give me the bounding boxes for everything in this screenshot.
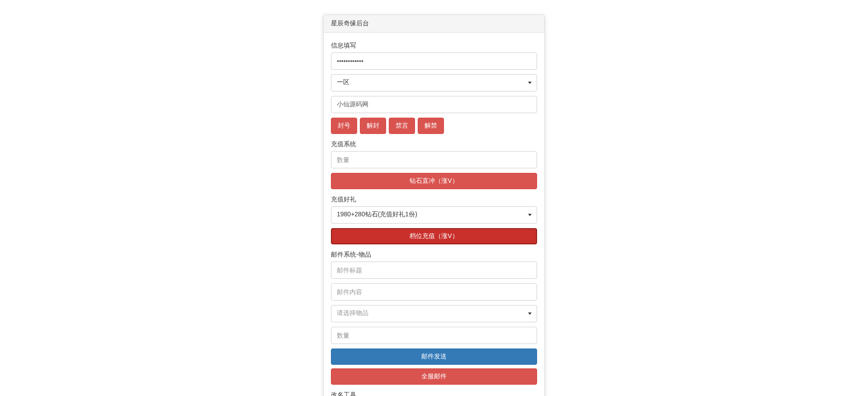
account-actions-row: 封号 解封 禁言 解禁 bbox=[331, 118, 537, 134]
mute-button[interactable]: 禁言 bbox=[389, 118, 415, 134]
rename-section-label: 改名工具 bbox=[331, 391, 537, 396]
unmute-button[interactable]: 解禁 bbox=[418, 118, 444, 134]
mail-content-input[interactable] bbox=[331, 283, 537, 301]
mail-send-button[interactable]: 邮件发送 bbox=[331, 348, 537, 365]
player-name-input[interactable] bbox=[331, 96, 537, 113]
panel-body: 信息填写 一区 封号 解封 禁言 解禁 充值系统 钻石直冲（涨V） 充值好礼 1… bbox=[324, 33, 544, 396]
page-wrap: 星辰奇缘后台 信息填写 一区 封号 解封 禁言 解禁 充值系统 钻石直冲（涨V）… bbox=[0, 0, 868, 396]
unban-button[interactable]: 解封 bbox=[360, 118, 386, 134]
admin-panel: 星辰奇缘后台 信息填写 一区 封号 解封 禁言 解禁 充值系统 钻石直冲（涨V）… bbox=[323, 14, 545, 396]
caret-down-icon bbox=[528, 214, 532, 216]
caret-down-icon bbox=[528, 313, 532, 315]
mail-item-select-value: 请选择物品 bbox=[331, 305, 537, 322]
zone-select-value: 一区 bbox=[331, 74, 537, 91]
caret-down-icon bbox=[528, 82, 532, 84]
password-input[interactable] bbox=[331, 52, 537, 70]
info-section-label: 信息填写 bbox=[331, 42, 537, 50]
mail-broadcast-button[interactable]: 全服邮件 bbox=[331, 368, 537, 385]
mail-item-select[interactable]: 请选择物品 bbox=[331, 305, 537, 322]
diamond-recharge-button[interactable]: 钻石直冲（涨V） bbox=[331, 173, 537, 189]
mail-qty-input[interactable] bbox=[331, 327, 537, 344]
mail-title-input[interactable] bbox=[331, 262, 537, 279]
gift-select-value: 1980+280钻石(充值好礼1份) bbox=[331, 206, 537, 224]
recharge-amount-input[interactable] bbox=[331, 151, 537, 168]
panel-title: 星辰奇缘后台 bbox=[324, 15, 544, 33]
gift-select[interactable]: 1980+280钻石(充值好礼1份) bbox=[331, 206, 537, 224]
tier-recharge-button[interactable]: 档位充值（涨V） bbox=[331, 228, 537, 244]
zone-select[interactable]: 一区 bbox=[331, 74, 537, 91]
recharge-section-label: 充值系统 bbox=[331, 140, 537, 148]
mail-section-label: 邮件系统-物品 bbox=[331, 251, 537, 259]
ban-button[interactable]: 封号 bbox=[331, 118, 357, 134]
gift-section-label: 充值好礼 bbox=[331, 196, 537, 204]
